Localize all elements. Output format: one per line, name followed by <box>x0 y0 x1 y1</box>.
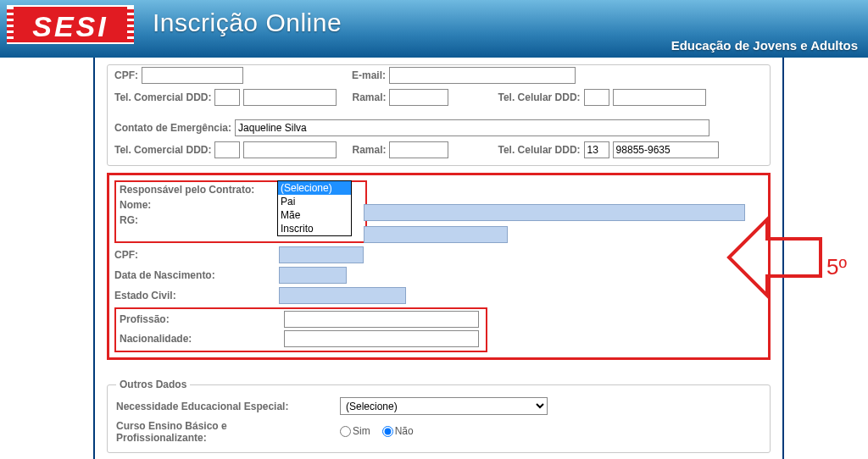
responsavel-bottom-highlight: Profissão: Nacionalidade: <box>114 307 487 352</box>
resp-datanasc-input[interactable] <box>279 267 347 284</box>
curso-sim-label: Sim <box>353 425 370 437</box>
contato-emerg-input[interactable] <box>235 119 709 136</box>
curso-nao-radio[interactable] <box>382 426 393 437</box>
resp-contrato-select-open[interactable]: (Selecione) Pai Mãe Inscrito <box>277 180 352 236</box>
sesi-logo: SESI <box>7 5 134 44</box>
resp-opt-pai[interactable]: Pai <box>278 195 351 208</box>
cpf-input[interactable] <box>142 67 243 84</box>
resp-nome-input[interactable] <box>364 204 745 221</box>
emerg-tel-com-ddd-label: Tel. Comercial DDD: <box>114 144 211 156</box>
emerg-tel-cel-ddd-label: Tel. Celular DDD: <box>498 144 580 156</box>
email-input[interactable] <box>389 67 576 84</box>
contato-emerg-label: Contato de Emergência: <box>114 122 231 134</box>
email-label: E-mail: <box>352 69 386 81</box>
resp-cpf-label: CPF: <box>114 249 275 261</box>
outros-dados-group: Outros Dados Necessidade Educacional Esp… <box>107 379 771 453</box>
resp-contrato-label: Responsável pelo Contrato: <box>120 184 281 196</box>
curso-nao-label: Não <box>395 425 414 437</box>
emerg-ramal-input[interactable] <box>389 141 448 158</box>
tel-com-ddd-input[interactable] <box>214 89 240 106</box>
page-title: Inscrição Online <box>153 8 342 37</box>
tel-com-ddd-label: Tel. Comercial DDD: <box>114 91 211 103</box>
resp-nacionalidade-input[interactable] <box>284 330 479 347</box>
emerg-tel-com-ddd-input[interactable] <box>214 141 240 158</box>
tel-cel-num-input[interactable] <box>613 89 706 106</box>
app-header: SESI Inscrição Online Educação de Jovens… <box>0 0 868 58</box>
cpf-label: CPF: <box>114 69 138 81</box>
resp-nome-label: Nome: <box>120 199 281 211</box>
resp-estcivil-input[interactable] <box>279 287 406 304</box>
curso-sim-radio-wrap[interactable]: Sim <box>340 425 370 437</box>
resp-profissao-label: Profissão: <box>120 313 281 325</box>
necessidade-select[interactable]: (Selecione) <box>340 397 548 415</box>
emerg-tel-cel-num-input[interactable] <box>613 141 719 158</box>
emerg-tel-cel-ddd-input[interactable] <box>584 141 609 158</box>
ramal-input[interactable] <box>389 89 448 106</box>
curso-sim-radio[interactable] <box>340 426 351 437</box>
page-subtitle: Educação de Jovens e Adultos <box>671 38 858 53</box>
tel-cel-ddd-input[interactable] <box>584 89 609 106</box>
resp-rg-input[interactable] <box>364 226 508 243</box>
contact-group: CPF: E-mail: Tel. Comercial DDD: Ramal: … <box>107 64 771 166</box>
outros-legend: Outros Dados <box>116 379 190 390</box>
resp-cpf-input[interactable] <box>279 246 364 263</box>
curso-basico-label: Curso Ensino Básico e Profissionalizante… <box>116 420 337 444</box>
emerg-tel-com-num-input[interactable] <box>243 141 337 158</box>
resp-nacionalidade-label: Nacionalidade: <box>120 333 281 345</box>
tel-cel-ddd-label: Tel. Celular DDD: <box>498 91 580 103</box>
resp-rg-label: RG: <box>120 214 281 226</box>
emerg-ramal-label: Ramal: <box>352 144 386 156</box>
resp-opt-mae[interactable]: Mãe <box>278 208 351 222</box>
resp-datanasc-label: Data de Nascimento: <box>114 269 275 281</box>
resp-opt-selecione[interactable]: (Selecione) <box>278 181 351 195</box>
resp-profissao-input[interactable] <box>284 311 479 328</box>
curso-nao-radio-wrap[interactable]: Não <box>382 425 414 437</box>
resp-opt-inscrito[interactable]: Inscrito <box>278 222 351 235</box>
resp-estcivil-label: Estado Civil: <box>114 290 275 301</box>
necessidade-label: Necessidade Educacional Especial: <box>116 401 337 412</box>
ramal-label: Ramal: <box>352 91 386 103</box>
annotation-step-label: 5º <box>826 254 847 280</box>
responsavel-section-highlight: Responsável pelo Contrato: Nome: RG: (Se… <box>107 173 771 360</box>
form-container: CPF: E-mail: Tel. Comercial DDD: Ramal: … <box>93 58 784 459</box>
tel-com-num-input[interactable] <box>243 89 337 106</box>
